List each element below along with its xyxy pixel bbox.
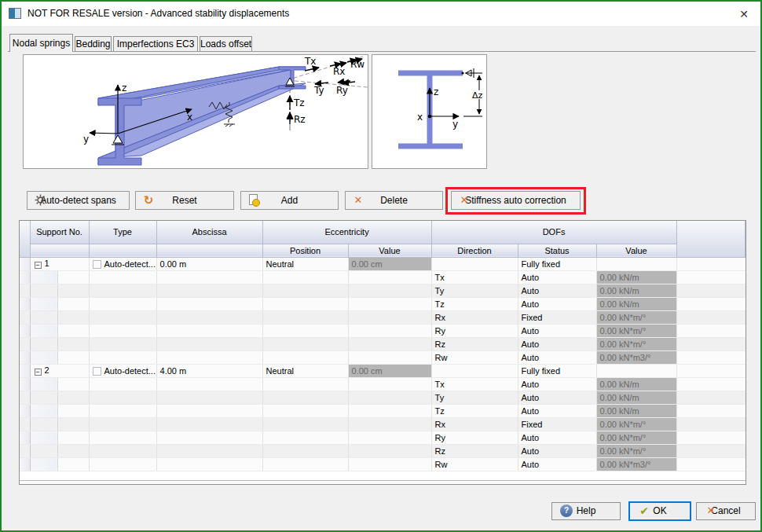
type-cell[interactable]: Auto-detect...	[89, 364, 156, 377]
row-selector[interactable]	[20, 377, 30, 391]
collapse-icon[interactable]: −	[35, 262, 42, 269]
dof-status-cell[interactable]: Auto	[518, 444, 596, 457]
row-selector[interactable]	[20, 391, 30, 404]
header-support-no[interactable]: Support No.	[30, 221, 89, 244]
position-blank-cell	[262, 457, 348, 471]
dof-status-cell[interactable]: Auto	[518, 404, 596, 417]
position-blank-cell	[262, 404, 348, 417]
position-blank-cell	[262, 444, 348, 457]
add-button[interactable]: Add	[240, 191, 339, 210]
position-blank-cell	[262, 297, 348, 310]
position-blank-cell	[262, 324, 348, 337]
status-cell[interactable]: Fully fixed	[518, 364, 596, 377]
row-selector[interactable]	[20, 431, 30, 444]
row-selector[interactable]	[20, 364, 30, 377]
dof-status-cell[interactable]: Auto	[518, 431, 596, 444]
support-cell[interactable]: −1	[30, 257, 89, 270]
row-selector[interactable]	[20, 404, 30, 417]
header-abscissa[interactable]: Abscissa	[156, 221, 262, 244]
stiffness-auto-correction-button[interactable]: ✕ Stiffness auto correction	[451, 191, 581, 210]
reset-button[interactable]: ↻ Reset	[135, 191, 234, 210]
ecc-value-blank-cell	[348, 297, 431, 310]
dof-direction-cell: Rw	[431, 350, 518, 364]
dof-ty-label: Ty	[313, 85, 324, 96]
dof-status-cell[interactable]: Auto	[518, 270, 596, 284]
dof-value-cell: 0.00 kN/m	[596, 404, 676, 417]
dof-status-cell[interactable]: Auto	[518, 324, 596, 337]
dof-status-cell[interactable]: Auto	[518, 350, 596, 364]
row-selector[interactable]	[20, 324, 30, 337]
dof-status-cell[interactable]: Auto	[518, 284, 596, 297]
dof-direction-cell: Rx	[431, 417, 518, 431]
row-selector[interactable]	[20, 297, 30, 310]
dof-status-cell[interactable]: Fixed	[518, 310, 596, 324]
support-row: −1Auto-detect...0.00 mNeutral0.00 cmFull…	[20, 257, 746, 270]
dof-status-cell[interactable]: Auto	[518, 377, 596, 391]
beam-axis-x-label: x	[187, 112, 192, 123]
auto-detect-spans-button[interactable]: Auto-detect spans	[27, 191, 130, 210]
support-number: 2	[45, 365, 49, 375]
subheader-position[interactable]: Position	[262, 244, 348, 257]
type-blank-cell	[89, 324, 156, 337]
tab-bedding[interactable]: Bedding	[75, 36, 112, 51]
subheader-dof-value[interactable]: Value	[596, 244, 676, 257]
close-icon[interactable]: ✕	[732, 3, 756, 25]
dof-rw-label: Rw	[350, 59, 365, 70]
type-blank-cell	[89, 337, 156, 350]
dof-direction-cell: Tz	[431, 404, 518, 417]
abscissa-cell[interactable]: 4.00 m	[156, 364, 262, 377]
collapse-icon[interactable]: −	[35, 369, 42, 376]
row-selector[interactable]	[20, 310, 30, 324]
row-selector[interactable]	[20, 270, 30, 284]
row-selector[interactable]	[20, 444, 30, 457]
ecc-value-blank-cell	[348, 377, 431, 391]
row-selector[interactable]	[20, 337, 30, 350]
section-axis-x-label: x	[417, 112, 423, 123]
position-cell[interactable]: Neutral	[262, 364, 348, 377]
row-selector[interactable]	[20, 350, 30, 364]
position-cell[interactable]: Neutral	[262, 257, 348, 270]
filler-cell	[676, 284, 745, 297]
row-selector[interactable]	[20, 457, 30, 471]
row-selector[interactable]	[20, 417, 30, 431]
dof-status-cell[interactable]: Auto	[518, 337, 596, 350]
indent-cell	[30, 337, 57, 350]
position-blank-cell	[262, 310, 348, 324]
cancel-button[interactable]: ✕ Cancel	[696, 502, 756, 520]
auto-detect-checkbox[interactable]	[93, 260, 101, 269]
type-blank-cell	[89, 404, 156, 417]
auto-detect-checkbox[interactable]	[93, 367, 101, 376]
ecc-value-blank-cell	[348, 337, 431, 350]
type-cell[interactable]: Auto-detect...	[89, 257, 156, 270]
tab-imperfections-ec3[interactable]: Imperfections EC3	[113, 36, 198, 51]
dof-value-cell: 0.00 kN*m/°	[596, 337, 676, 350]
row-selector[interactable]	[20, 284, 30, 297]
delete-label: Delete	[380, 195, 408, 206]
tab-loads-offset[interactable]: Loads offset	[200, 36, 252, 51]
ok-button[interactable]: ✔ OK	[628, 501, 691, 521]
cancel-x-icon: ✕	[705, 504, 717, 517]
status-cell[interactable]: Fully fixed	[518, 257, 596, 270]
delete-button[interactable]: ✕ Delete	[345, 191, 443, 210]
ecc-value-blank-cell	[348, 444, 431, 457]
subheader-ecc-value[interactable]: Value	[348, 244, 431, 257]
row-selector[interactable]	[20, 257, 30, 270]
dof-value-cell: 0.00 kN/m	[596, 270, 676, 284]
subheader-direction[interactable]: Direction	[431, 244, 518, 257]
support-blank-cell	[57, 284, 89, 297]
dof-status-cell[interactable]: Fixed	[518, 417, 596, 431]
header-type[interactable]: Type	[89, 221, 156, 244]
support-cell[interactable]: −2	[30, 364, 89, 377]
dof-status-cell[interactable]: Auto	[518, 391, 596, 404]
dof-status-cell[interactable]: Auto	[518, 457, 596, 471]
header-eccentricity[interactable]: Eccentricity	[262, 221, 431, 244]
dof-status-cell[interactable]: Auto	[518, 297, 596, 310]
abscissa-cell[interactable]: 0.00 m	[156, 257, 262, 270]
tab-nodal-springs[interactable]: Nodal springs	[9, 34, 73, 52]
subheader-status[interactable]: Status	[518, 244, 596, 257]
support-blank-cell	[57, 377, 89, 391]
header-dofs[interactable]: DOFs	[431, 221, 676, 244]
filler-cell	[676, 444, 745, 457]
abscissa-blank-cell	[156, 270, 262, 284]
help-button[interactable]: ? Help	[551, 502, 621, 520]
